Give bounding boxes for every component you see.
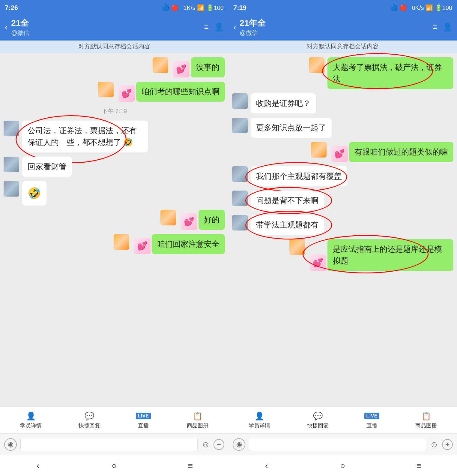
avatar-right [289, 239, 305, 255]
right-student-detail-label: 学员详情 [249, 422, 270, 429]
plus-icon: + [217, 440, 221, 449]
nav-menu[interactable]: ≡ [181, 461, 199, 471]
bubble-right: 好的 [199, 210, 225, 230]
live-button[interactable]: LIVE 直播 [134, 410, 153, 430]
right-chat-area: 大题考了票据法，破产法，证券法 收购是证券吧？ 更多知识点放一起了 💕 有跟咱们… [228, 53, 457, 407]
right-chat-subtitle: @微信 [240, 29, 429, 37]
right-emoji-button[interactable]: ☺ [430, 440, 438, 449]
avatar-left [232, 118, 248, 133]
right-live-badge: LIVE [364, 413, 379, 419]
bubble-right: 咱们考的哪些知识点啊 [136, 82, 225, 102]
student-detail-button[interactable]: 👤 学员详情 [17, 410, 45, 430]
right-quick-reply-button[interactable]: 💬 快捷回复 [304, 410, 332, 430]
msg-row: 💕 咱们回家注意安全 [4, 234, 225, 254]
avatar-right [153, 57, 168, 73]
left-nav-bar: ‹ ○ ≡ [0, 455, 228, 476]
left-status-bar: 7:26 🔵 🔴 1K/s 📶 🔋100 [0, 0, 228, 16]
msg-row: 💕 有跟咱们做过的题类似的嘛 [232, 142, 453, 162]
right-product-catalog-label: 商品图册 [415, 422, 437, 429]
right-quick-reply-icon: 💬 [311, 411, 324, 421]
right-voice-button[interactable]: ◉ [233, 438, 245, 451]
avatar-left [232, 215, 248, 230]
avatar-left [232, 166, 248, 182]
sticker-decoration: 💕 [310, 255, 326, 271]
msg-row: 回家看财管 [4, 157, 225, 177]
annotated-bubble-wrap: 💕 是应试指南上的还是题库还是模拟题 [308, 239, 453, 271]
quick-reply-button[interactable]: 💬 快捷回复 [76, 410, 103, 430]
annotated-bubble-wrap: 带学法主观题都有 [251, 215, 324, 235]
left-chat-area: 💕 没事的 💕 咱们考的哪些知识点啊 下午 7:19 公司法，证券法，票据法，还… [0, 53, 228, 407]
bubble-right: 咱们回家注意安全 [152, 234, 225, 254]
left-title-wrap: 21全 @微信 [11, 17, 201, 37]
msg-row: 更多知识点放一起了 [232, 118, 453, 138]
msg-row: 我们那个主观题都有覆盖 [232, 166, 453, 186]
msg-row: 收购是证券吧？ [232, 93, 453, 113]
live-badge: LIVE [136, 413, 151, 419]
nav-home[interactable]: ○ [105, 461, 123, 471]
right-product-catalog-icon: 📋 [420, 411, 433, 421]
left-menu-icon[interactable]: ≡ [204, 23, 209, 32]
avatar-left [232, 93, 248, 109]
message-input[interactable] [20, 438, 198, 451]
right-student-detail-button[interactable]: 👤 学员详情 [246, 410, 273, 430]
msg-with-sticker: 💕 咱们回家注意安全 [132, 234, 225, 254]
right-live-icon: LIVE [365, 411, 378, 421]
msg-row: 💕 是应试指南上的还是题库还是模拟题 [232, 239, 453, 271]
right-product-catalog-button[interactable]: 📋 商品图册 [412, 410, 440, 430]
right-notice-bar: 对方默认同意存档会话内容 [228, 41, 457, 53]
sticker-decoration: 💕 [331, 146, 348, 162]
msg-row: 💕 咱们考的哪些知识点啊 [4, 82, 225, 102]
right-signal: 🔵 🔴 0K/s 📶 🔋100 [390, 4, 452, 11]
msg-with-sticker: 💕 是应试指南上的还是题库还是模拟题 [308, 239, 453, 271]
voice-icon: ◉ [8, 441, 13, 448]
annotated-bubble-wrap: 公司法，证券法，票据法，还有保证人的一些，都不想想了 🤣 [22, 121, 148, 152]
sticker-decoration: 💕 [173, 61, 190, 77]
annotated-bubble-wrap: 大题考了票据法，破产法，证券法 [327, 57, 453, 89]
left-input-bar: ◉ ☺ + [0, 433, 228, 455]
right-plus-icon: + [445, 440, 450, 449]
right-live-label: 直播 [366, 422, 377, 429]
more-button[interactable]: + [214, 439, 224, 450]
left-profile-icon[interactable]: 👤 [214, 23, 224, 32]
bubble-left: 我们那个主观题都有覆盖 [251, 166, 347, 186]
annotated-bubble-wrap: 我们那个主观题都有覆盖 [251, 166, 347, 186]
right-voice-icon: ◉ [236, 441, 242, 448]
right-message-input[interactable] [249, 438, 426, 451]
right-more-button[interactable]: + [442, 439, 453, 450]
left-back-button[interactable]: ‹ [5, 23, 7, 32]
right-nav-back[interactable]: ‹ [258, 461, 276, 471]
avatar-right [114, 234, 129, 250]
right-live-button[interactable]: LIVE 直播 [362, 410, 381, 430]
emoji-button[interactable]: ☺ [201, 440, 210, 449]
left-signal: 🔵 🔴 1K/s 📶 🔋100 [162, 4, 224, 11]
live-icon: LIVE [137, 411, 150, 421]
right-input-bar: ◉ ☺ + [228, 433, 457, 455]
msg-with-sticker: 💕 咱们考的哪些知识点啊 [117, 82, 225, 102]
msg-with-sticker: 💕 有跟咱们做过的题类似的嘛 [330, 142, 453, 162]
right-nav-menu[interactable]: ≡ [410, 461, 428, 471]
msg-row: 💕 没事的 [4, 57, 225, 77]
annotated-bubble-wrap: 问题是背不下来啊 [251, 191, 324, 211]
left-phone-panel: 7:26 🔵 🔴 1K/s 📶 🔋100 ‹ 21全 @微信 ≡ 👤 对方默认同… [0, 0, 228, 476]
right-menu-icon[interactable]: ≡ [433, 23, 437, 32]
right-profile-icon[interactable]: 👤 [443, 23, 452, 32]
avatar-right [309, 57, 324, 73]
msg-row: 问题是背不下来啊 [232, 191, 453, 211]
msg-row: 💕 好的 [4, 210, 225, 230]
left-bottom-toolbar: 👤 学员详情 💬 快捷回复 LIVE 直播 📋 商品图册 [0, 407, 228, 433]
right-nav-home[interactable]: ○ [334, 461, 352, 471]
right-nav-bar: ‹ ○ ≡ [228, 455, 457, 476]
right-chat-title: 21年全 [240, 17, 429, 29]
right-back-button[interactable]: ‹ [233, 23, 236, 32]
student-detail-icon: 👤 [24, 411, 37, 421]
right-bottom-toolbar: 👤 学员详情 💬 快捷回复 LIVE 直播 📋 商品图册 [228, 407, 457, 433]
bubble-left: 带学法主观题都有 [251, 215, 324, 235]
quick-reply-icon: 💬 [83, 411, 96, 421]
avatar-left [4, 121, 19, 136]
nav-back[interactable]: ‹ [29, 461, 47, 471]
right-time: 7:19 [233, 4, 246, 12]
avatar-right [160, 210, 176, 225]
product-catalog-button[interactable]: 📋 商品图册 [184, 410, 211, 430]
voice-button[interactable]: ◉ [4, 438, 17, 451]
msg-row: 大题考了票据法，破产法，证券法 [232, 57, 453, 89]
